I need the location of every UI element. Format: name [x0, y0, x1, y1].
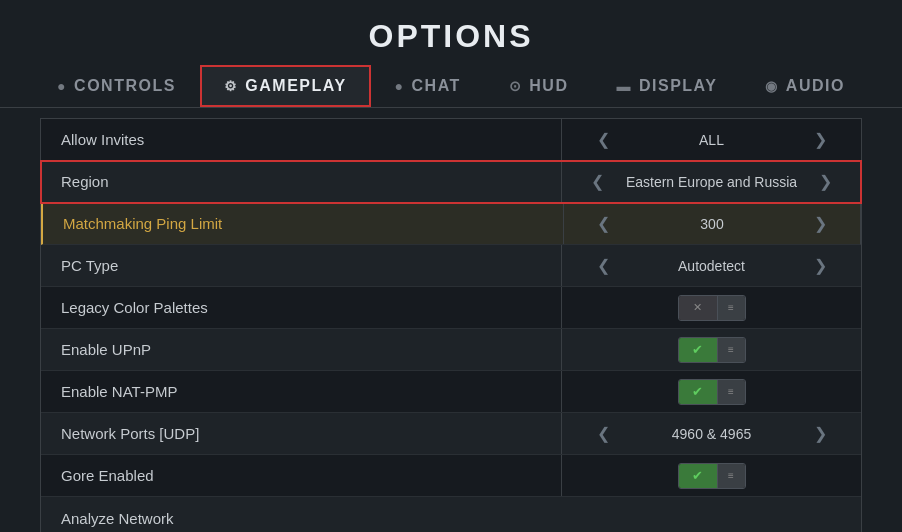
gameplay-tab-icon: ⚙ — [224, 78, 239, 94]
row-label-region: Region — [41, 173, 561, 190]
value-network-ports: 4960 & 4965 — [632, 426, 792, 442]
arrow-left-matchmaking-ping[interactable]: ❮ — [589, 210, 618, 237]
arrow-right-network-ports[interactable]: ❯ — [806, 420, 835, 447]
value-allow-invites: ALL — [632, 132, 792, 148]
tab-controls[interactable]: ●CONTROLS — [33, 65, 200, 107]
hud-tab-icon: ⊙ — [509, 78, 523, 94]
tabs-bar: ●CONTROLS⚙GAMEPLAY●CHAT⊙HUD▬DISPLAY◉AUDI… — [0, 65, 902, 108]
settings-row-matchmaking-ping: Matchmaking Ping Limit❮300❯ — [41, 203, 861, 245]
row-control-allow-invites: ❮ALL❯ — [562, 126, 861, 153]
hud-tab-label: HUD — [529, 77, 568, 95]
row-control-pc-type: ❮Autodetect❯ — [562, 252, 861, 279]
toggle-lines-legacy-color[interactable]: ≡ — [717, 296, 745, 320]
row-label-matchmaking-ping: Matchmaking Ping Limit — [43, 215, 563, 232]
row-control-legacy-color: ✕≡ — [562, 295, 861, 321]
tab-gameplay[interactable]: ⚙GAMEPLAY — [200, 65, 371, 107]
row-label-network-ports: Network Ports [UDP] — [41, 425, 561, 442]
arrow-left-allow-invites[interactable]: ❮ — [589, 126, 618, 153]
tab-chat[interactable]: ●CHAT — [371, 65, 485, 107]
row-control-network-ports: ❮4960 & 4965❯ — [562, 420, 861, 447]
toggle-enable-upnp[interactable]: ✔≡ — [678, 337, 746, 363]
row-control-gore-enabled: ✔≡ — [562, 463, 861, 489]
settings-content: Allow Invites❮ALL❯Region❮Eastern Europe … — [40, 118, 862, 532]
settings-row-enable-nat-pmp: Enable NAT-PMP✔≡ — [41, 371, 861, 413]
settings-row-region: Region❮Eastern Europe and Russia❯ — [41, 161, 861, 203]
arrow-right-allow-invites[interactable]: ❯ — [806, 126, 835, 153]
settings-row-gore-enabled: Gore Enabled✔≡ — [41, 455, 861, 497]
settings-row-legacy-color: Legacy Color Palettes✕≡ — [41, 287, 861, 329]
toggle-lines-gore-enabled[interactable]: ≡ — [717, 464, 745, 488]
tab-audio[interactable]: ◉AUDIO — [741, 65, 869, 107]
row-label-allow-invites: Allow Invites — [41, 131, 561, 148]
toggle-lines-enable-upnp[interactable]: ≡ — [717, 338, 745, 362]
page-title: OPTIONS — [0, 0, 902, 65]
toggle-check-enable-upnp[interactable]: ✔ — [679, 338, 717, 362]
row-label-legacy-color: Legacy Color Palettes — [41, 299, 561, 316]
audio-tab-label: AUDIO — [786, 77, 845, 95]
settings-row-enable-upnp: Enable UPnP✔≡ — [41, 329, 861, 371]
display-tab-icon: ▬ — [616, 78, 632, 94]
row-label-gore-enabled: Gore Enabled — [41, 467, 561, 484]
controls-tab-label: CONTROLS — [74, 77, 176, 95]
tab-hud[interactable]: ⊙HUD — [485, 65, 593, 107]
value-pc-type: Autodetect — [632, 258, 792, 274]
arrow-right-matchmaking-ping[interactable]: ❯ — [806, 210, 835, 237]
arrow-right-region[interactable]: ❯ — [811, 168, 840, 195]
tab-display[interactable]: ▬DISPLAY — [592, 65, 741, 107]
chat-tab-label: CHAT — [412, 77, 461, 95]
settings-row-allow-invites: Allow Invites❮ALL❯ — [41, 119, 861, 161]
gameplay-tab-label: GAMEPLAY — [245, 77, 346, 95]
settings-row-analyze-network: Analyze Network — [41, 497, 861, 532]
row-control-region: ❮Eastern Europe and Russia❯ — [562, 168, 861, 195]
arrow-left-pc-type[interactable]: ❮ — [589, 252, 618, 279]
toggle-gore-enabled[interactable]: ✔≡ — [678, 463, 746, 489]
settings-row-network-ports: Network Ports [UDP]❮4960 & 4965❯ — [41, 413, 861, 455]
arrow-right-pc-type[interactable]: ❯ — [806, 252, 835, 279]
row-label-pc-type: PC Type — [41, 257, 561, 274]
audio-tab-icon: ◉ — [765, 78, 779, 94]
toggle-check-enable-nat-pmp[interactable]: ✔ — [679, 380, 717, 404]
chat-tab-icon: ● — [395, 78, 405, 94]
arrow-left-region[interactable]: ❮ — [583, 168, 612, 195]
toggle-lines-enable-nat-pmp[interactable]: ≡ — [717, 380, 745, 404]
row-control-enable-upnp: ✔≡ — [562, 337, 861, 363]
row-label-enable-nat-pmp: Enable NAT-PMP — [41, 383, 561, 400]
row-control-enable-nat-pmp: ✔≡ — [562, 379, 861, 405]
value-matchmaking-ping: 300 — [632, 216, 792, 232]
arrow-left-network-ports[interactable]: ❮ — [589, 420, 618, 447]
row-label-enable-upnp: Enable UPnP — [41, 341, 561, 358]
row-label-analyze-network: Analyze Network — [41, 510, 561, 527]
toggle-enable-nat-pmp[interactable]: ✔≡ — [678, 379, 746, 405]
value-region: Eastern Europe and Russia — [626, 174, 797, 190]
display-tab-label: DISPLAY — [639, 77, 717, 95]
toggle-legacy-color[interactable]: ✕≡ — [678, 295, 746, 321]
toggle-check-gore-enabled[interactable]: ✔ — [679, 464, 717, 488]
controls-tab-icon: ● — [57, 78, 67, 94]
settings-row-pc-type: PC Type❮Autodetect❯ — [41, 245, 861, 287]
toggle-x-legacy-color[interactable]: ✕ — [679, 296, 717, 320]
row-control-matchmaking-ping: ❮300❯ — [564, 210, 860, 237]
